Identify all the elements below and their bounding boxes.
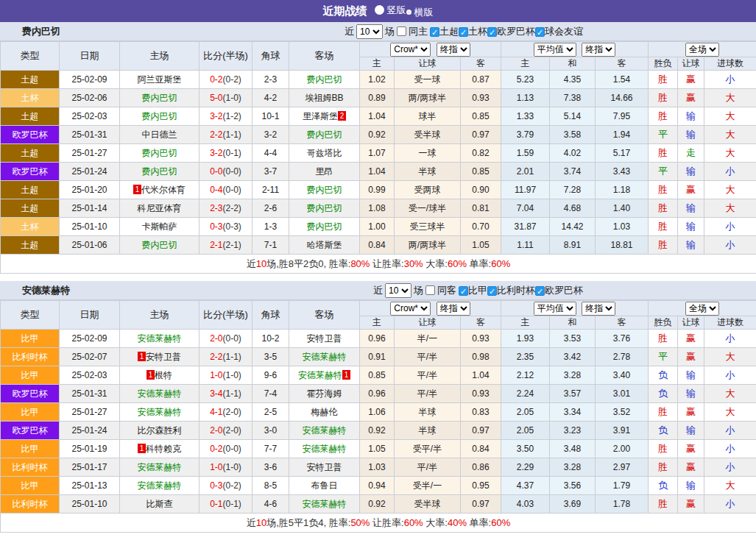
subcol-goals: 进球数 [704, 57, 756, 71]
radio-icon[interactable] [375, 5, 384, 15]
same-venue-checkbox[interactable] [425, 285, 435, 295]
score-with-half: 1-0(1-0) [199, 458, 252, 477]
full-time-score: 2-2 [210, 352, 222, 362]
bookmaker-select[interactable]: Crow* [390, 302, 431, 316]
avg-time-select[interactable]: 终指 [582, 43, 615, 57]
handicap-away-odds: 0.97 [461, 422, 501, 440]
team-label: 布鲁日 [311, 480, 338, 491]
subcol-handicap-result: 让球 [678, 316, 704, 330]
team-label: 安德莱赫特 [298, 370, 342, 380]
home-team: 1代米尔体育 [120, 181, 199, 199]
summary-text: 近10场,胜8平2负0, 胜率:80% 让胜率:30% 大率:60% 单率:60… [1, 255, 756, 274]
section-header-bar: 安德莱赫特 近 10 场 同客 ✓比甲✓比利时杯✓欧罗巴杯 [0, 281, 756, 300]
avg-odds-select[interactable]: 平均值 [534, 43, 576, 57]
scope-select[interactable]: 全场 [685, 43, 719, 57]
team-label: 里昂 [316, 166, 333, 177]
result-handicap: 赢 [678, 348, 704, 366]
handicap-away-odds: 0.97 [461, 126, 501, 144]
match-count-select[interactable]: 10 [356, 24, 383, 39]
bookmaker-select[interactable]: Crow* [390, 43, 431, 57]
handicap-home-odds: 1.08 [360, 199, 395, 218]
full-time-score: 0-3 [210, 480, 222, 491]
result-goals: 大 [704, 144, 756, 163]
handicap-home-odds: 1.04 [360, 107, 395, 126]
team-label: 费内巴切 [142, 148, 177, 158]
league-checkbox[interactable]: ✓ [487, 286, 497, 296]
result-handicap: 走 [678, 144, 704, 163]
handicap-line: 受一球 [395, 71, 461, 89]
league-checkbox[interactable]: ✓ [430, 27, 439, 37]
view-mode-option[interactable]: 竖版 [375, 4, 406, 17]
handicap-away-odds: 0.86 [461, 458, 501, 477]
match-row: 土超 25-02-09 阿兰亚斯堡 0-2(0-2) 2-3 费内巴切 1.02… [1, 71, 756, 89]
handicap-line: 受半球 [395, 495, 461, 514]
league-badge: 欧罗巴杯 [1, 385, 60, 403]
league-checkbox[interactable]: ✓ [487, 27, 497, 37]
score-with-half: 0-2(0-0) [199, 440, 252, 458]
league-checkbox-label: 土超 [439, 26, 459, 37]
match-row: 土超 25-01-06 费内巴切 2-1(2-1) 7-1 哈塔斯堡 0.84 … [1, 236, 756, 255]
league-checkbox[interactable]: ✓ [459, 286, 468, 296]
result-goals: 小 [704, 440, 756, 458]
radio-icon[interactable] [406, 10, 411, 15]
handicap-away-odds: 1.05 [461, 236, 501, 255]
view-mode-option[interactable]: 横版 [406, 6, 434, 19]
subcol-avg-draw: 和 [550, 57, 596, 71]
team-label: 费内巴切 [142, 166, 177, 177]
avg-draw-odds: 3.57 [550, 385, 596, 403]
avg-home-odds: 3.50 [501, 440, 550, 458]
league-checkbox-label: 球会友谊 [545, 26, 583, 37]
avg-home-odds: 2.01 [501, 163, 550, 181]
league-checkbox[interactable]: ✓ [535, 286, 545, 296]
match-date: 25-01-24 [60, 163, 120, 181]
team-label: 安德莱赫特 [303, 499, 347, 509]
col-header-score: 比分(半场) [199, 42, 252, 71]
match-row: 欧罗巴杯 25-01-24 比尔森胜利 2-0(2-0) 3-0 安德莱赫特 0… [1, 422, 756, 440]
team-name: 安德莱赫特 [22, 284, 70, 297]
league-badge: 土超 [1, 107, 60, 126]
result-outcome: 胜 [649, 458, 678, 477]
match-row: 比利时杯 25-02-07 1安特卫普 2-2(1-1) 3-5 安德莱赫特 0… [1, 348, 756, 366]
score-with-half: 2-1(2-1) [199, 236, 252, 255]
handicap-time-select[interactable]: 终指 [437, 302, 470, 316]
same-venue-checkbox[interactable] [397, 26, 406, 36]
result-outcome: 平 [649, 163, 678, 181]
result-outcome: 胜 [649, 440, 678, 458]
handicap-line: 受三球半 [395, 218, 461, 236]
team-label: 哥兹塔比 [307, 148, 342, 158]
summary-segment: 单率: [467, 258, 491, 269]
handicap-away-odds: 0.84 [461, 440, 501, 458]
league-checkbox[interactable]: ✓ [535, 27, 545, 37]
home-team: 1根特 [120, 366, 199, 385]
half-time-score: (0-3) [223, 221, 241, 232]
half-time-score: (0-2) [223, 480, 241, 491]
result-goals: 小 [704, 495, 756, 514]
avg-odds-select[interactable]: 平均值 [534, 302, 576, 316]
handicap-home-odds: 1.00 [360, 218, 395, 236]
col-header-date: 日期 [60, 301, 120, 330]
handicap-away-odds: 0.93 [461, 89, 501, 107]
match-row: 比甲 25-01-19 1科特赖克 0-2(0-0) 7-7 安德莱赫特 1.0… [1, 440, 756, 458]
away-team: 埃祖姆BB [289, 89, 360, 107]
league-checkbox[interactable]: ✓ [459, 27, 468, 37]
away-team: 安德莱赫特 [289, 422, 360, 440]
summary-segment: 近 [247, 517, 256, 528]
handicap-time-select[interactable]: 终指 [437, 43, 470, 57]
match-row: 土超 25-01-27 费内巴切 3-2(0-1) 4-4 哥兹塔比 1.07 … [1, 144, 756, 163]
result-goals: 小 [704, 71, 756, 89]
handicap-line: 受半/一 [395, 477, 461, 495]
avg-away-odds: 3.76 [596, 330, 649, 348]
summary-segment: 让胜率: [370, 517, 403, 528]
view-mode-switch: 竖版横版 [375, 4, 434, 19]
team-section: 费内巴切 近 10 场 同主 ✓土超✓土杯✓欧罗巴杯✓球会友谊 类型 [0, 22, 756, 281]
summary-segment: 60% [491, 517, 510, 528]
half-time-score: (2-0) [223, 425, 241, 436]
league-badge: 土超 [1, 144, 60, 163]
handicap-home-odds: 0.99 [360, 181, 395, 199]
avg-time-select[interactable]: 终指 [582, 302, 615, 316]
match-date: 25-01-20 [60, 181, 120, 199]
league-badge: 土超 [1, 181, 60, 199]
handicap-home-odds: 1.03 [360, 458, 395, 477]
scope-select[interactable]: 全场 [685, 302, 719, 316]
match-count-select[interactable]: 10 [385, 283, 411, 298]
